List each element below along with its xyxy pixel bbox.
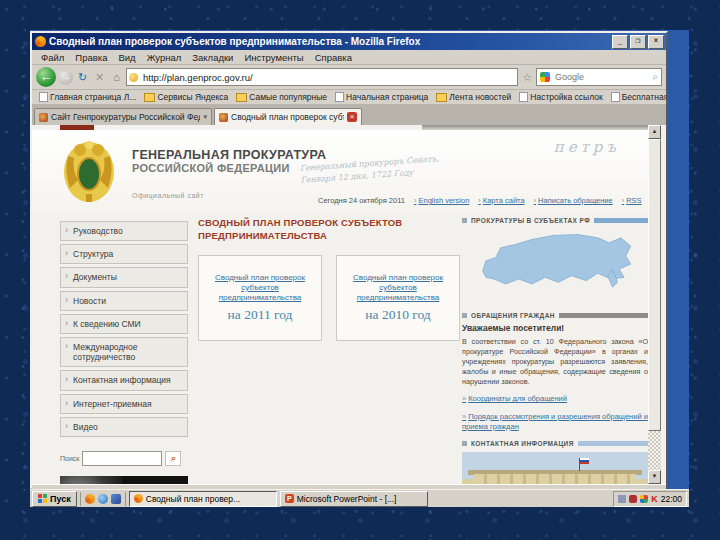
right-column: ПРОКУРАТУРЫ В СУБЪЕКТАХ РФ ОБРАЩЕНИЯ ГРА…: [462, 217, 648, 484]
search-magnifier-icon[interactable]: ⌕: [652, 71, 658, 83]
menu-tools[interactable]: Инструменты: [239, 51, 308, 64]
link-write-appeal[interactable]: ›Написать обращение: [534, 196, 613, 205]
sidebar-item-kontakty[interactable]: Контактная информация: [60, 370, 188, 390]
sidebar-item-smi[interactable]: К сведению СМИ: [60, 314, 188, 334]
nuremberg-banner[interactable]: Нюрнбергский процесс: [60, 476, 188, 484]
menu-help[interactable]: Справка: [310, 51, 357, 64]
antivirus-icon[interactable]: [629, 495, 637, 503]
home-icon[interactable]: ⌂: [109, 70, 124, 85]
section-regions: ПРОКУРАТУРЫ В СУБЪЕКТАХ РФ: [462, 217, 648, 224]
folder-icon: [236, 93, 247, 102]
bookmark-item[interactable]: Лента новостей: [433, 92, 514, 102]
plan-card-2010[interactable]: Сводный план проверок субъектов предприн…: [336, 255, 460, 341]
page-title: СВОДНЫЙ ПЛАН ПРОВЕРОК СУБЪЕКТОВ ПРЕДПРИН…: [198, 217, 460, 243]
show-desktop-icon[interactable]: [111, 494, 121, 504]
stop-icon[interactable]: ✕: [92, 70, 107, 85]
kaspersky-icon[interactable]: K: [651, 495, 658, 503]
minimize-button[interactable]: _: [612, 35, 628, 49]
tab-genproc-site[interactable]: Сайт Генпрокуратуры Российской Феде... ▾: [34, 108, 212, 125]
menu-bookmarks[interactable]: Закладки: [187, 51, 238, 64]
vertical-scrollbar[interactable]: ▲ ▼: [648, 125, 661, 484]
page-icon: [611, 92, 620, 102]
site-search: Поиск ⌕: [60, 451, 188, 466]
menu-file[interactable]: Файл: [36, 51, 69, 64]
sidebar-item-priemnaya[interactable]: Интернет-приемная: [60, 394, 188, 414]
page-icon: [335, 92, 344, 102]
scrollbar-track[interactable]: [648, 431, 661, 470]
site-search-magnifier-icon[interactable]: ⌕: [165, 451, 181, 466]
windows-logo-icon: [38, 494, 47, 503]
bookmark-item[interactable]: Главная страница Л...: [36, 92, 139, 102]
bookmark-star-icon[interactable]: ☆: [520, 71, 534, 84]
clock: 22:00: [661, 494, 682, 504]
link-english[interactable]: ›English version: [414, 196, 469, 205]
sidebar-item-video[interactable]: Видео: [60, 417, 188, 437]
close-button[interactable]: ×: [648, 35, 664, 49]
appeals-paragraph: В соответствии со ст. 10 Федерального за…: [462, 337, 648, 387]
bookmark-item[interactable]: Самые популярные: [233, 92, 330, 102]
scrollbar-thumb[interactable]: [648, 139, 661, 431]
address-bar[interactable]: [126, 68, 518, 86]
menu-view[interactable]: Вид: [113, 51, 140, 64]
bookmark-item[interactable]: Настройка ссылок: [516, 92, 605, 102]
watermark-script: петръ: [554, 138, 620, 156]
url-input[interactable]: [141, 71, 515, 84]
task-button-firefox[interactable]: Сводный план провер...: [129, 491, 277, 507]
sidebar-item-struktura[interactable]: Структура: [60, 244, 188, 264]
bullet-square-icon: [462, 313, 467, 318]
forward-icon[interactable]: →: [58, 70, 73, 85]
site-header: ГЕНЕРАЛЬНАЯ ПРОКУРАТУРА РОССИЙСКОЙ ФЕДЕР…: [32, 130, 648, 214]
web-search-input[interactable]: [553, 71, 649, 83]
bookmark-item[interactable]: Сервисы Яндекса: [141, 92, 231, 102]
plan-card-2011[interactable]: Сводный план проверок субъектов предприн…: [198, 255, 322, 341]
building-photo[interactable]: [462, 452, 648, 484]
refresh-icon[interactable]: ↻: [75, 70, 90, 85]
sidebar-item-dokumenty[interactable]: Документы: [60, 267, 188, 287]
menu-history[interactable]: Журнал: [142, 51, 187, 64]
site-search-input[interactable]: [82, 451, 162, 466]
tab-svodny-plan[interactable]: Сводный план проверок субъе... ×: [214, 108, 362, 125]
page-icon: [39, 92, 48, 102]
scroll-up-icon[interactable]: ▲: [648, 125, 661, 139]
scroll-down-icon[interactable]: ▼: [648, 470, 661, 484]
language-indicator-icon[interactable]: [618, 495, 626, 503]
section-contacts: КОНТАКТНАЯ ИНФОРМАЦИЯ: [462, 440, 648, 447]
desktop: Сводный план проверок субъектов предприн…: [30, 30, 689, 507]
section-appeals: ОБРАЩЕНИЯ ГРАЖДАН: [462, 312, 648, 319]
webpage: ГЕНЕРАЛЬНАЯ ПРОКУРАТУРА РОССИЙСКОЙ ФЕДЕР…: [32, 125, 648, 484]
org-subtitle: Официальный сайт: [132, 192, 204, 199]
ie-quicklaunch-icon[interactable]: [98, 494, 108, 504]
maximize-button[interactable]: ❐: [630, 35, 646, 49]
title-bar[interactable]: Сводный план проверок субъектов предприн…: [32, 33, 666, 50]
powerpoint-icon: P: [285, 494, 294, 503]
link-appeal-procedure[interactable]: »Порядок рассмотрения и разрешения обращ…: [462, 412, 648, 432]
tab-close-icon[interactable]: ×: [347, 112, 357, 122]
plan-2010-link[interactable]: Сводный план проверок субъектов предприн…: [341, 273, 455, 304]
plan-2011-link[interactable]: Сводный план проверок субъектов предприн…: [203, 273, 317, 304]
link-appeal-coordinates[interactable]: »Координаты для обращений: [462, 394, 648, 404]
update-icon[interactable]: [640, 495, 648, 503]
task-button-powerpoint[interactable]: P Microsoft PowerPoint - [...]: [280, 491, 428, 507]
bookmark-item[interactable]: Начальная страница: [332, 92, 431, 102]
bookmark-item[interactable]: Бесплатная почта -: [608, 92, 666, 102]
sidebar-item-novosti[interactable]: Новости: [60, 291, 188, 311]
link-rss[interactable]: ›RSS: [622, 196, 642, 205]
chevron-down-icon[interactable]: ▾: [203, 113, 207, 121]
sidebar-item-mezhdunarodnoe[interactable]: Международное сотрудничество: [60, 337, 188, 367]
search-bar[interactable]: ⌕: [536, 68, 662, 86]
firefox-quicklaunch-icon[interactable]: [85, 494, 95, 504]
russia-map[interactable]: [462, 228, 648, 302]
menu-edit[interactable]: Правка: [70, 51, 112, 64]
link-sitemap[interactable]: ›Карта сайта: [478, 196, 524, 205]
sidebar-item-rukovodstvo[interactable]: Руководство: [60, 221, 188, 241]
back-icon[interactable]: ←: [36, 67, 56, 87]
bullet-square-icon: [462, 441, 467, 446]
window-title: Сводный план проверок субъектов предприн…: [49, 36, 610, 47]
start-button[interactable]: Пуск: [32, 491, 77, 507]
taskbar: Пуск Сводный план провер... P Microsoft …: [30, 489, 689, 507]
quick-launch: [80, 492, 126, 506]
search-label: Поиск: [60, 455, 79, 462]
tab-favicon: [219, 113, 228, 122]
tab-favicon: [39, 113, 48, 122]
bullet-square-icon: [462, 218, 467, 223]
